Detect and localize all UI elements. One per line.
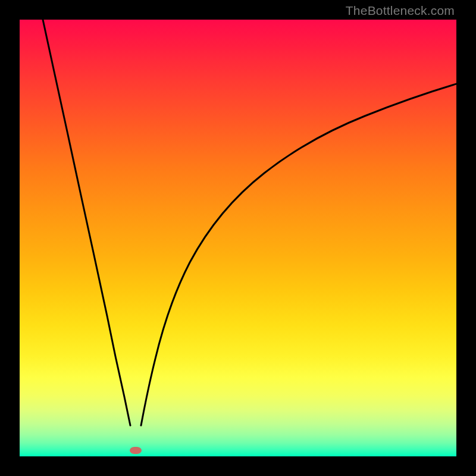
attribution-text: TheBottleneck.com <box>346 4 455 18</box>
plot-area <box>20 20 456 456</box>
curve-left-branch <box>43 20 130 425</box>
curve-right-branch <box>141 84 456 425</box>
bottleneck-curve <box>20 20 456 456</box>
minimum-marker <box>130 447 142 454</box>
chart-frame: TheBottleneck.com <box>0 0 476 476</box>
